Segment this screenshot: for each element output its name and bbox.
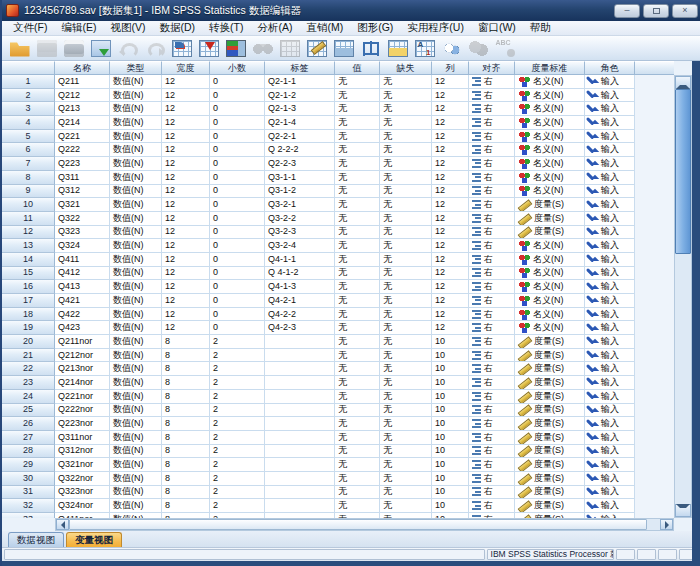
name-cell[interactable]: Q421 — [55, 294, 110, 308]
align-cell[interactable]: 右 — [469, 321, 515, 335]
type-cell[interactable]: 数值(N) — [110, 308, 162, 322]
label-cell[interactable]: Q 2-2-2 — [265, 143, 335, 157]
role-cell[interactable]: 输入 — [585, 75, 635, 89]
col-header-decimals[interactable]: 小数 — [210, 61, 265, 75]
select-cases-button[interactable] — [384, 37, 411, 60]
columns-cell[interactable]: 12 — [432, 130, 469, 144]
type-cell[interactable]: 数值(N) — [110, 431, 162, 445]
name-cell[interactable]: Q214nor — [55, 376, 110, 390]
name-cell[interactable]: Q223 — [55, 157, 110, 171]
name-cell[interactable]: Q423 — [55, 321, 110, 335]
values-cell[interactable]: 无 — [335, 280, 380, 294]
align-cell[interactable]: 右 — [469, 267, 515, 281]
insert-variable-button[interactable] — [303, 37, 330, 60]
missing-cell[interactable]: 无 — [380, 75, 432, 89]
values-cell[interactable]: 无 — [335, 185, 380, 199]
align-cell[interactable]: 右 — [469, 362, 515, 376]
columns-cell[interactable]: 10 — [432, 335, 469, 349]
measure-cell[interactable]: 度量(S) — [515, 404, 585, 418]
width-cell[interactable]: 8 — [162, 349, 210, 363]
width-cell[interactable]: 12 — [162, 89, 210, 103]
width-cell[interactable]: 8 — [162, 431, 210, 445]
type-cell[interactable]: 数值(N) — [110, 445, 162, 459]
decimals-cell[interactable]: 2 — [210, 362, 265, 376]
label-cell[interactable] — [265, 445, 335, 459]
row-number[interactable]: 22 — [2, 362, 55, 376]
type-cell[interactable]: 数值(N) — [110, 253, 162, 267]
measure-cell[interactable]: 度量(S) — [515, 349, 585, 363]
measure-cell[interactable]: 名义(N) — [515, 308, 585, 322]
decimals-cell[interactable]: 0 — [210, 294, 265, 308]
menu-analyze[interactable]: 分析(A) — [250, 20, 299, 36]
recall-dialogs-button[interactable] — [87, 37, 114, 60]
label-cell[interactable]: Q3-2-4 — [265, 239, 335, 253]
columns-cell[interactable]: 10 — [432, 376, 469, 390]
decimals-cell[interactable]: 2 — [210, 499, 265, 513]
values-cell[interactable]: 无 — [335, 75, 380, 89]
align-cell[interactable]: 右 — [469, 431, 515, 445]
width-cell[interactable]: 12 — [162, 321, 210, 335]
scroll-right-button[interactable] — [660, 519, 673, 530]
missing-cell[interactable]: 无 — [380, 253, 432, 267]
measure-cell[interactable]: 度量(S) — [515, 472, 585, 486]
type-cell[interactable]: 数值(N) — [110, 335, 162, 349]
row-number[interactable]: 24 — [2, 390, 55, 404]
scroll-up-button[interactable] — [675, 76, 691, 89]
align-cell[interactable]: 右 — [469, 417, 515, 431]
align-cell[interactable]: 右 — [469, 185, 515, 199]
values-cell[interactable]: 无 — [335, 308, 380, 322]
col-header-width[interactable]: 宽度 — [162, 61, 210, 75]
columns-cell[interactable]: 12 — [432, 294, 469, 308]
name-cell[interactable]: Q214 — [55, 116, 110, 130]
width-cell[interactable]: 12 — [162, 198, 210, 212]
name-cell[interactable]: Q422 — [55, 308, 110, 322]
role-cell[interactable]: 输入 — [585, 116, 635, 130]
menu-graphs[interactable]: 图形(G) — [350, 20, 400, 36]
align-cell[interactable]: 右 — [469, 404, 515, 418]
role-cell[interactable]: 输入 — [585, 308, 635, 322]
row-number[interactable]: 7 — [2, 157, 55, 171]
weight-cases-button[interactable] — [357, 37, 384, 60]
measure-cell[interactable]: 名义(N) — [515, 102, 585, 116]
measure-cell[interactable]: 度量(S) — [515, 458, 585, 472]
width-cell[interactable]: 12 — [162, 253, 210, 267]
width-cell[interactable]: 12 — [162, 239, 210, 253]
missing-cell[interactable]: 无 — [380, 362, 432, 376]
missing-cell[interactable]: 无 — [380, 294, 432, 308]
menu-transform[interactable]: 转换(T) — [202, 20, 250, 36]
label-cell[interactable] — [265, 499, 335, 513]
width-cell[interactable]: 8 — [162, 445, 210, 459]
row-number[interactable]: 15 — [2, 267, 55, 281]
width-cell[interactable]: 8 — [162, 417, 210, 431]
row-number[interactable]: 2 — [2, 89, 55, 103]
align-cell[interactable]: 右 — [469, 143, 515, 157]
values-cell[interactable]: 无 — [335, 239, 380, 253]
missing-cell[interactable]: 无 — [380, 376, 432, 390]
values-cell[interactable]: 无 — [335, 143, 380, 157]
label-cell[interactable]: Q4-2-3 — [265, 321, 335, 335]
align-cell[interactable]: 右 — [469, 130, 515, 144]
name-cell[interactable]: Q413 — [55, 280, 110, 294]
role-cell[interactable]: 输入 — [585, 362, 635, 376]
columns-cell[interactable]: 12 — [432, 212, 469, 226]
values-cell[interactable]: 无 — [335, 171, 380, 185]
columns-cell[interactable]: 12 — [432, 102, 469, 116]
title-bar[interactable]: 123456789.sav [数据集1] - IBM SPSS Statisti… — [2, 0, 700, 21]
type-cell[interactable]: 数值(N) — [110, 417, 162, 431]
width-cell[interactable]: 12 — [162, 280, 210, 294]
label-cell[interactable] — [265, 390, 335, 404]
vertical-scroll-thumb[interactable] — [675, 89, 691, 254]
role-cell[interactable]: 输入 — [585, 226, 635, 240]
col-header-align[interactable]: 对齐 — [469, 61, 515, 75]
align-cell[interactable]: 右 — [469, 226, 515, 240]
columns-cell[interactable]: 10 — [432, 390, 469, 404]
missing-cell[interactable]: 无 — [380, 486, 432, 500]
measure-cell[interactable]: 度量(S) — [515, 212, 585, 226]
name-cell[interactable]: Q213 — [55, 102, 110, 116]
role-cell[interactable]: 输入 — [585, 130, 635, 144]
decimals-cell[interactable]: 0 — [210, 171, 265, 185]
row-number[interactable]: 14 — [2, 253, 55, 267]
decimals-cell[interactable]: 0 — [210, 130, 265, 144]
name-cell[interactable]: Q213nor — [55, 362, 110, 376]
values-cell[interactable]: 无 — [335, 267, 380, 281]
